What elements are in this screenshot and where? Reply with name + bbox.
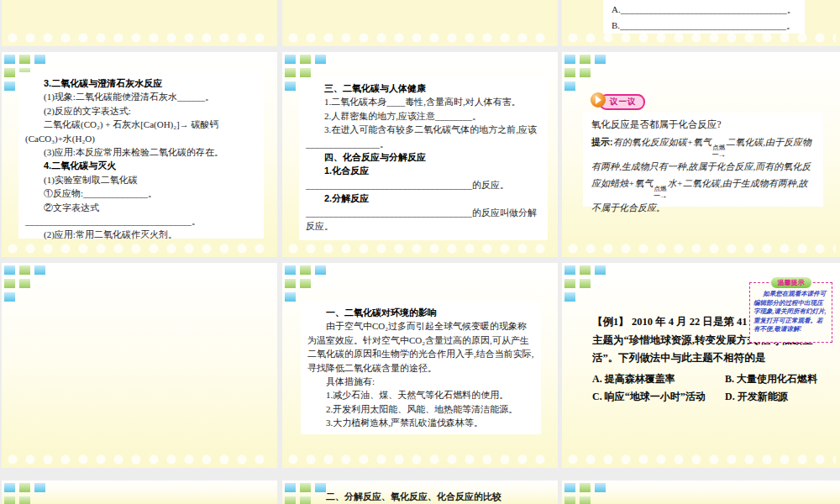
blue-square-icon — [285, 292, 296, 302]
slide-sorter-view: A.____________________________________。B… — [0, 0, 840, 504]
text-line: (2)反应的文字表达式: — [25, 104, 257, 118]
slide-thumbnail-co2-limewater[interactable]: 3.二氧化碳与澄清石灰水反应(1)现象:二氧化碳能使澄清石灰水______。(2… — [2, 52, 277, 257]
slide-thumbnail-bottom-left-partial[interactable] — [2, 480, 277, 504]
green-square-icon — [19, 483, 30, 492]
text-line: ①反应物:______________。 — [25, 186, 257, 200]
hint-text-segment: 提示: — [591, 137, 613, 147]
blue-square-icon — [4, 81, 15, 91]
blue-square-icon — [285, 483, 296, 492]
green-square-icon — [564, 279, 575, 288]
blue-square-icon — [4, 265, 15, 275]
text-line: 1.化合反应 — [306, 164, 541, 177]
green-square-icon — [4, 279, 15, 288]
green-square-icon — [300, 279, 311, 288]
answer-option: B. 大量使用化石燃料 — [725, 370, 834, 387]
tip-note-text: 如果您在观看本课件可编辑部分的过程中出现压字现象,请关闭所有幻灯片,重复打开可正… — [753, 290, 828, 334]
text-line: (1)现象:二氧化碳能使澄清石灰水______。 — [25, 90, 257, 103]
text-line: 具体措施有: — [307, 375, 534, 388]
green-square-icon — [564, 68, 575, 77]
slide-corner-decoration — [564, 55, 606, 95]
blue-square-icon — [564, 55, 575, 64]
text-line: 2.人群密集的地方,应该注意________。 — [306, 109, 541, 123]
text-line: 由于空气中CO₂过多而引起全球气候变暖的现象称为温室效应。针对空气中CO₂含量过… — [307, 319, 534, 375]
slide-thumbnail-blank[interactable] — [2, 263, 277, 468]
blue-square-icon — [4, 292, 15, 302]
blue-square-icon — [285, 81, 296, 91]
slide-text-box: 三、二氧化碳与人体健康1.二氧化碳本身____毒性,含量高时,对人体有害。2.人… — [299, 77, 548, 240]
discuss-badge: 议一议 — [591, 92, 645, 108]
slide-corner-decoration — [4, 265, 45, 306]
text-line: 三、二氧化碳与人体健康 — [306, 81, 541, 95]
play-icon — [591, 92, 606, 108]
ignite-condition-arrow: 点燃─→ — [654, 186, 666, 199]
blank-answer-line: A.____________________________________。 — [612, 2, 805, 18]
text-line: 2.分解反应 — [306, 192, 541, 205]
green-square-icon — [285, 68, 296, 77]
hint-paragraph: 提示:有的氧化反应如碳+氧气点燃─→二氧化碳,由于反应物有两种,生成物只有一种,… — [591, 134, 815, 216]
text-line: (2)应用:常用二氧化碳作灭火剂。 — [25, 228, 257, 241]
blue-square-icon — [315, 265, 326, 275]
tip-badge-label: 温馨提示 — [770, 276, 812, 289]
blue-square-icon — [595, 55, 606, 64]
blue-square-icon — [595, 265, 606, 275]
ignite-condition-arrow: 点燃─→ — [712, 144, 725, 158]
slide-thumbnail-co2-health[interactable]: 三、二氧化碳与人体健康1.二氧化碳本身____毒性,含量高时,对人体有害。2.人… — [282, 52, 558, 257]
blue-square-icon — [4, 483, 15, 492]
text-line: (1)实验室制取二氧化碳 — [25, 173, 257, 186]
text-line: 一、二氧化碳对环境的影响 — [307, 306, 534, 319]
blue-square-icon — [4, 55, 15, 64]
green-square-icon — [300, 483, 311, 492]
question-line: 氧化反应是否都属于化合反应? — [591, 118, 815, 131]
text-line: 二氧化碳(CO₂) + 石灰水[Ca(OH)₂]→ 碳酸钙(CaCO₃)+水(H… — [25, 118, 257, 145]
text-line: 3.二氧化碳与澄清石灰水反应 — [25, 76, 257, 90]
slide-thumbnail-top-left-partial[interactable] — [2, 0, 277, 46]
text-line: 3.大力植树造林,严禁乱砍滥伐森林等。 — [307, 416, 534, 429]
tip-note-box: 温馨提示 如果您在观看本课件可编辑部分的过程中出现压字现象,请关闭所有幻灯片,重… — [749, 282, 832, 343]
green-square-icon — [580, 55, 591, 64]
text-line: ____________________________________的反应叫… — [306, 206, 541, 234]
green-square-icon — [300, 265, 311, 275]
green-square-icon — [580, 265, 591, 275]
slide-thumbnail-example-1[interactable]: 温馨提示 如果您在观看本课件可编辑部分的过程中出现压字现象,请关闭所有幻灯片,重… — [562, 263, 840, 468]
green-square-icon — [564, 496, 575, 504]
text-line: ②文字表达式 — [25, 201, 257, 214]
blue-square-icon — [285, 55, 296, 64]
blue-square-icon — [34, 55, 45, 64]
text-line: 4.二氧化碳与灭火 — [25, 159, 257, 172]
discuss-badge-label: 议一议 — [599, 94, 645, 110]
green-square-icon — [285, 496, 296, 504]
slide-text-box: 3.二氧化碳与澄清石灰水反应(1)现象:二氧化碳能使澄清石灰水______。(2… — [18, 72, 264, 239]
blank-answer-line: B.____________________________________。 — [612, 18, 805, 34]
text-line: 3.在进入可能含有较多二氧化碳气体的地方之前,应该_______________… — [306, 123, 541, 150]
slide-thumbnail-discussion[interactable]: 议一议 氧化反应是否都属于化合反应? 提示:有的氧化反应如碳+氧气点燃─→二氧化… — [562, 52, 840, 257]
answer-option: A. 提高森林覆盖率 — [592, 370, 725, 387]
green-square-icon — [300, 55, 311, 64]
slide-thumbnail-top-right-partial[interactable]: A.____________________________________。B… — [562, 0, 840, 46]
green-square-icon — [580, 483, 591, 492]
text-line: 1.减少石油、煤、天然气等化石燃料的使用。 — [307, 388, 534, 402]
example-options: A. 提高森林覆盖率B. 大量使用化石燃料C. 响应“地球一小时”活动D. 开发… — [592, 370, 834, 405]
answer-option: C. 响应“地球一小时”活动 — [592, 388, 725, 405]
text-line: 2.开发利用太阳能、风能、地热能等清洁能源。 — [307, 402, 534, 416]
text-line: 四、化合反应与分解反应 — [306, 150, 541, 164]
text-line: (3)应用:本反应常用来检验二氧化碳的存在。 — [25, 145, 257, 159]
blue-square-icon — [564, 81, 575, 91]
slide-thumbnail-co2-environment[interactable]: 一、二氧化碳对环境的影响由于空气中CO₂过多而引起全球气候变暖的现象称为温室效应… — [282, 263, 558, 468]
slide-text-box: 一、二氧化碳对环境的影响由于空气中CO₂过多而引起全球气候变暖的现象称为温室效应… — [301, 302, 541, 434]
blue-square-icon — [34, 265, 45, 275]
green-square-icon — [580, 279, 591, 288]
green-square-icon — [285, 279, 296, 288]
slide-thumbnail-reaction-comparison[interactable]: 二、分解反应、氧化反应、化合反应的比较 — [282, 480, 558, 504]
blue-square-icon — [285, 265, 296, 275]
green-square-icon — [19, 496, 30, 504]
answer-option: D. 开发新能源 — [725, 388, 834, 405]
slide-text-box: 氧化反应是否都属于化合反应? 提示:有的氧化反应如碳+氧气点燃─→二氧化碳,由于… — [583, 113, 823, 207]
slide-thumbnail-bottom-right-partial[interactable] — [562, 480, 840, 504]
green-square-icon — [4, 68, 15, 77]
slide-thumbnail-top-middle-partial[interactable] — [282, 0, 558, 46]
blue-square-icon — [564, 483, 575, 492]
hint-text-segment: 有的氧化反应如碳+氧气 — [613, 137, 711, 147]
slide-corner-decoration — [564, 483, 606, 504]
green-square-icon — [300, 496, 311, 504]
green-square-icon — [4, 496, 15, 504]
